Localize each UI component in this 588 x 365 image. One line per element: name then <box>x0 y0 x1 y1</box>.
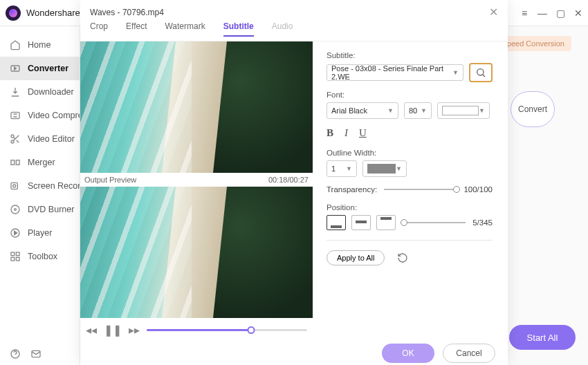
disc-icon <box>10 204 21 215</box>
sidebar-item-compressor[interactable]: Video Compress <box>0 104 80 127</box>
sidebar-item-editor[interactable]: Video Editor <box>0 127 80 151</box>
sidebar-item-label: Toolbox <box>28 252 57 261</box>
search-subtitle-button[interactable] <box>469 63 493 82</box>
home-icon <box>10 39 21 50</box>
font-color-select[interactable]: ▼ <box>437 102 490 119</box>
sidebar-item-recorder[interactable]: Screen Recorder <box>0 174 80 198</box>
maximize-icon[interactable]: ▢ <box>556 9 564 17</box>
transparency-slider[interactable] <box>384 189 457 190</box>
svg-point-17 <box>477 69 484 75</box>
font-size-select[interactable]: 80 ▼ <box>404 102 432 119</box>
video-preview-output <box>80 187 313 318</box>
output-preview-header: Output Preview 00:18/00:27 <box>80 173 313 187</box>
sidebar-footer <box>0 348 80 359</box>
svg-rect-5 <box>16 160 19 165</box>
svg-point-8 <box>11 205 19 214</box>
sidebar-item-label: Player <box>28 228 52 238</box>
position-top-button[interactable] <box>376 215 396 230</box>
seek-slider[interactable] <box>147 329 307 331</box>
tab-audio[interactable]: Audio <box>272 21 293 37</box>
position-presets <box>327 215 396 230</box>
outline-label: Outline Width: <box>327 149 493 157</box>
italic-button[interactable]: I <box>344 127 348 139</box>
font-family-select[interactable]: Arial Black ▼ <box>327 102 398 119</box>
menu-icon[interactable]: ≡ <box>520 9 529 17</box>
pause-icon[interactable]: ❚❚ <box>104 324 122 337</box>
svg-rect-14 <box>16 257 19 261</box>
transparency-value: 100/100 <box>463 185 493 194</box>
position-bottom-button[interactable] <box>327 215 346 230</box>
previous-icon[interactable]: ◂◂ <box>86 324 97 337</box>
ok-button[interactable]: OK <box>382 344 434 363</box>
chevron-down-icon: ▼ <box>479 107 485 114</box>
downloader-icon <box>10 86 21 97</box>
font-family-value: Arial Black <box>331 106 367 115</box>
modal-footer: OK Cancel <box>80 341 508 365</box>
svg-rect-13 <box>11 257 15 261</box>
bold-button[interactable]: B <box>327 127 333 139</box>
sidebar-item-merger[interactable]: Merger <box>0 151 80 174</box>
close-icon[interactable]: ✕ <box>574 9 582 17</box>
divider <box>327 240 493 241</box>
tab-crop[interactable]: Crop <box>90 21 108 37</box>
subtitle-select[interactable]: Pose - 03x08 - Series Finale Part 2.WE ▼ <box>327 64 463 81</box>
start-all-button[interactable]: Start All <box>509 325 576 350</box>
play-icon <box>10 227 21 238</box>
outline-width-value: 1 <box>331 165 336 173</box>
output-preview-label: Output Preview <box>84 176 136 184</box>
preview-column: Output Preview 00:18/00:27 ◂◂ ❚❚ ▸▸ <box>80 41 313 341</box>
font-size-value: 80 <box>409 106 417 115</box>
sidebar-item-label: DVD Burner <box>28 205 74 214</box>
subtitle-editor-modal: Waves - 70796.mp4 ✕ Crop Effect Watermar… <box>80 0 508 365</box>
position-label: Position: <box>327 203 493 212</box>
apply-all-button[interactable]: Apply to All <box>327 250 385 265</box>
sidebar-item-downloader[interactable]: Downloader <box>0 80 80 104</box>
chevron-down-icon: ▼ <box>421 107 427 114</box>
tab-subtitle[interactable]: Subtitle <box>223 21 254 37</box>
sidebar-item-player[interactable]: Player <box>0 221 80 245</box>
modal-titlebar: Waves - 70796.mp4 ✕ <box>80 0 508 21</box>
tab-watermark[interactable]: Watermark <box>165 21 205 37</box>
sidebar-item-label: Downloader <box>28 87 74 97</box>
color-swatch <box>367 164 396 174</box>
transparency-label: Transparency: <box>327 185 377 194</box>
next-icon[interactable]: ▸▸ <box>129 324 140 337</box>
video-preview-original <box>80 41 313 173</box>
svg-rect-6 <box>11 182 17 189</box>
underline-button[interactable]: U <box>359 127 367 139</box>
position-center-button[interactable] <box>351 215 371 230</box>
app-title: Wondershare <box>26 8 80 18</box>
reset-icon[interactable] <box>397 252 408 263</box>
svg-rect-4 <box>11 160 15 165</box>
position-slider[interactable] <box>403 222 466 223</box>
window-controls: ≡ — ▢ ✕ <box>520 9 582 17</box>
sidebar-item-converter[interactable]: Converter <box>0 57 80 80</box>
sidebar-item-label: Video Editor <box>28 134 75 144</box>
mail-icon[interactable] <box>30 348 42 359</box>
tab-effect[interactable]: Effect <box>126 21 147 37</box>
sidebar-item-dvd[interactable]: DVD Burner <box>0 198 80 221</box>
color-swatch <box>442 106 479 115</box>
sidebar-item-label: Home <box>28 40 50 50</box>
sidebar-item-home[interactable]: Home <box>0 33 80 57</box>
svg-point-3 <box>11 140 14 143</box>
position-value: 5/345 <box>472 218 493 227</box>
text-style-row: B I U <box>327 127 493 139</box>
convert-button[interactable]: Convert <box>511 91 555 127</box>
converter-icon <box>10 63 21 74</box>
modal-close-icon[interactable]: ✕ <box>489 6 498 19</box>
sidebar-item-toolbox[interactable]: Toolbox <box>0 245 80 268</box>
svg-point-7 <box>13 185 16 187</box>
cancel-button[interactable]: Cancel <box>443 344 495 363</box>
modal-body: Output Preview 00:18/00:27 ◂◂ ❚❚ ▸▸ Subt… <box>80 41 508 341</box>
help-icon[interactable] <box>10 348 21 359</box>
compress-icon <box>10 110 21 121</box>
outline-width-select[interactable]: 1 ▼ <box>327 160 357 177</box>
minimize-icon[interactable]: — <box>538 9 546 17</box>
svg-rect-11 <box>11 252 15 256</box>
chevron-down-icon: ▼ <box>387 107 394 114</box>
playback-controls: ◂◂ ❚❚ ▸▸ <box>80 318 313 341</box>
svg-point-2 <box>11 135 14 138</box>
svg-rect-1 <box>11 112 19 118</box>
outline-color-select[interactable]: ▼ <box>362 160 407 177</box>
